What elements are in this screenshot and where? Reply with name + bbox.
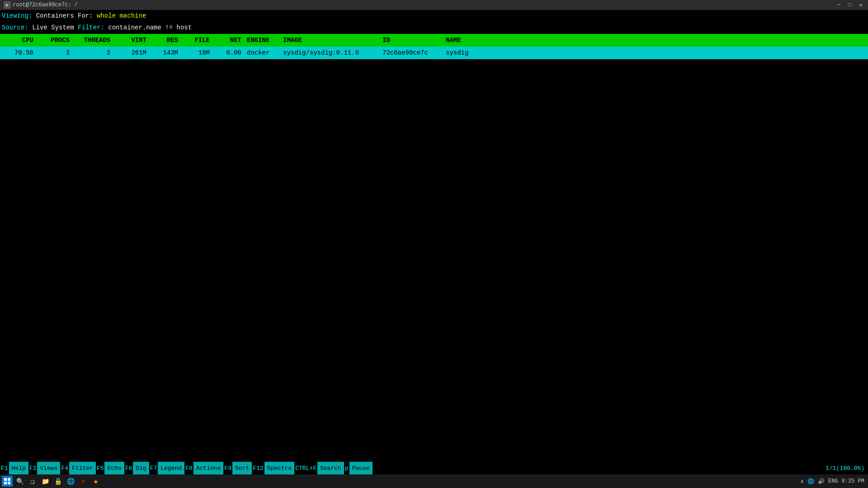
svg-rect-3 [8,482,10,484]
minimize-button[interactable]: ─ [835,1,843,9]
label-sort: Sort [232,462,252,474]
label-echo: Echo [104,462,124,474]
cell-res: 143M [149,49,181,56]
title-bar-left: ▶ root@72c6ae99ce7c: / [4,1,78,9]
svg-rect-0 [4,478,7,481]
cell-name: sysdig [443,49,533,56]
cell-image: sysdig/sysdig:0.11.0 [280,49,380,56]
label-filter: Filter [69,462,96,474]
cell-id: 72c6ae99ce7c [380,49,443,56]
taskbar: 🔍 ❑ 📁 🔒 🌐 ● ◆ ∧ 🌐 🔊 ENG 9:25 PM [0,474,868,488]
bottom-bar: F1 Help F2 Views F4 Filter F5 Echo F6 Di… [0,462,868,474]
svg-rect-2 [4,482,7,484]
title-bar: ▶ root@72c6ae99ce7c: / ─ □ ✕ [0,0,868,10]
cell-net: 0.00 [212,49,244,56]
taskbar-files-icon[interactable]: 📁 [40,476,51,487]
label-views: Views [37,462,60,474]
key-f12: F12 [252,464,264,473]
taskbar-lock-icon[interactable]: 🔒 [52,476,63,487]
label-pause: Pause [349,462,373,474]
filter-label: Filter: [78,24,104,31]
title-bar-controls: ─ □ ✕ [835,1,864,9]
cell-virt: 261M [113,49,149,56]
header-engine: ENGINE [244,37,280,44]
bottom-item-f2[interactable]: F2 Views [28,462,61,474]
header-file: FILE [181,37,212,44]
system-time: 9:25 PM [842,478,864,484]
tray-volume-icon: 🔊 [818,478,825,485]
viewing-scope: whole machine [97,12,146,19]
bottom-item-f12[interactable]: F12 Spectro [252,462,294,474]
header-threads: THREADS [72,37,113,44]
cell-engine: docker [244,49,280,56]
svg-rect-1 [8,478,10,481]
label-help: Help [9,462,28,474]
bottom-item-f6[interactable]: F6 Dig [124,462,149,474]
taskbar-search-icon[interactable]: 🔍 [14,476,25,487]
key-p: p [344,464,349,473]
bottom-item-f8[interactable]: F8 Actions [184,462,223,474]
taskbar-app1-icon[interactable]: ● [78,476,89,487]
header-virt: VIRT [113,37,149,44]
tray-network-icon: 🌐 [807,478,814,485]
source-line: Source: Live System Filter: container.na… [0,22,868,33]
taskbar-task-view-icon[interactable]: ❑ [27,476,38,487]
cell-cpu: 70.50 [0,49,36,56]
keyboard-language: ENG [828,478,838,484]
window-title: root@72c6ae99ce7c: / [13,2,78,8]
cell-file: 18M [181,49,212,56]
table-row[interactable]: 70.50 3 3 261M 143M 18M 0.00 docker sysd… [0,47,868,59]
viewing-label: Viewing: [2,12,32,19]
tray-chevron-icon[interactable]: ∧ [801,478,804,485]
viewing-value: Containers For: [36,12,97,19]
label-spectro: Spectro [264,462,295,474]
viewing-line: Viewing: Containers For: whole machine [0,10,868,22]
key-f8: F8 [184,464,193,473]
cell-procs: 3 [36,49,72,56]
cell-threads: 3 [72,49,113,56]
key-f7: F7 [149,464,158,473]
status-indicator: 1/1(100.0%) [826,465,864,472]
header-procs: PROCS [36,37,72,44]
key-ctrlf: CTRL+F [294,464,317,473]
label-search: Search [317,462,344,474]
bottom-item-ctrlf[interactable]: CTRL+F Search [294,462,344,474]
bottom-item-f9[interactable]: F9 Sort [223,462,252,474]
key-f1: F1 [0,464,9,473]
label-dig: Dig [133,462,149,474]
header-net: NET [212,37,244,44]
label-actions: Actions [193,462,224,474]
key-f5: F5 [96,464,105,473]
label-legend: Legend [158,462,184,474]
header-res: RES [149,37,181,44]
start-button[interactable] [2,476,13,487]
bottom-item-p[interactable]: p Pause [344,462,373,474]
bottom-item-f4[interactable]: F4 Filter [60,462,95,474]
bottom-item-f7[interactable]: F7 Legend [149,462,184,474]
system-tray: ∧ 🌐 🔊 ENG 9:25 PM [801,478,864,485]
bottom-item-f1[interactable]: F1 Help [0,462,28,474]
main-content-area [0,59,868,488]
header-cpu: CPU [0,37,36,44]
header-name: NAME [443,37,533,44]
table-header: CPU PROCS THREADS VIRT RES FILE NET ENGI… [0,34,868,47]
source-value: Live System [32,24,78,31]
header-id: ID [380,37,443,44]
key-f6: F6 [124,464,133,473]
source-label: Source: [2,24,28,31]
key-f9: F9 [223,464,232,473]
taskbar-app2-icon[interactable]: ◆ [90,476,101,487]
close-button[interactable]: ✕ [857,1,864,9]
maximize-button[interactable]: □ [846,1,854,9]
key-f2: F2 [28,464,38,473]
taskbar-browser-icon[interactable]: 🌐 [65,476,76,487]
terminal-icon: ▶ [4,1,11,9]
bottom-item-f5[interactable]: F5 Echo [96,462,124,474]
key-f4: F4 [60,464,69,473]
filter-value: container.name != host [108,24,192,31]
header-image: IMAGE [280,37,380,44]
